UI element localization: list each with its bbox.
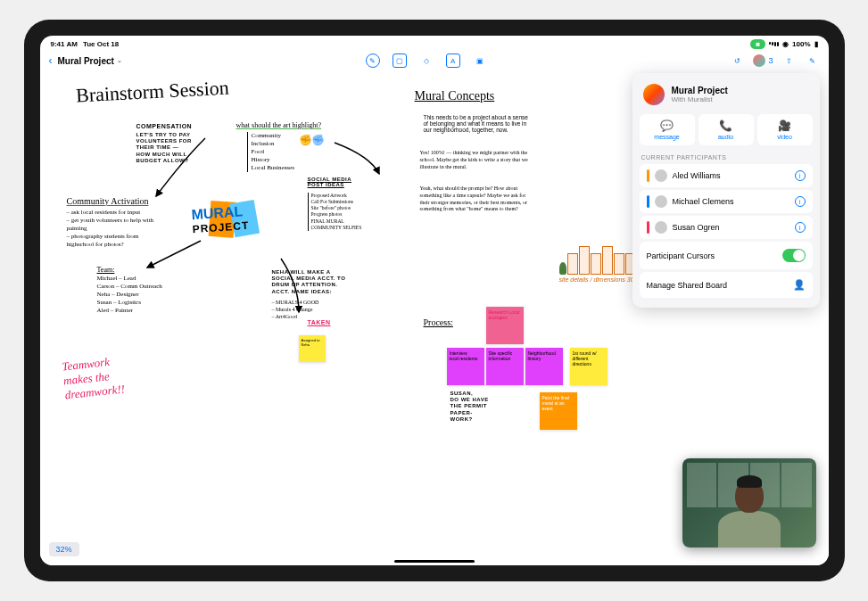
- taken-label: TAKEN: [308, 319, 331, 325]
- concepts-heading: Mural Concepts: [415, 89, 495, 103]
- info-icon[interactable]: i: [795, 222, 806, 233]
- participants-section-label: CURRENT PARTICIPANTS: [640, 151, 813, 164]
- manage-shared-board-button[interactable]: Manage Shared Board 👤: [640, 272, 813, 298]
- team-list: Michael – Lead Carson – Comm Outreach Ne…: [97, 275, 162, 315]
- shapes-tool-button[interactable]: ◇: [419, 54, 434, 68]
- back-button[interactable]: ‹: [49, 54, 53, 67]
- compose-button[interactable]: ✎: [806, 54, 820, 68]
- panel-subtitle: With Muralist: [672, 95, 728, 103]
- mural-project-logo: MURAL PROJECT: [190, 203, 249, 235]
- cursors-toggle[interactable]: [782, 249, 806, 262]
- app-toolbar: ‹ Mural Project ⌄ ✎ ▢ ◇ A ▣ ↺ 3 ⇪: [40, 50, 829, 71]
- collab-avatar-icon: [753, 54, 765, 67]
- panel-header: Mural Project With Muralist: [640, 80, 813, 109]
- message-button[interactable]: 💬message: [640, 114, 695, 145]
- text-tool-button[interactable]: A: [446, 54, 460, 68]
- concept-reply-1: Yes! 100%! — thinking we might partner w…: [420, 150, 536, 170]
- community-text: – ask local residents for input – get yo…: [67, 209, 165, 249]
- facetime-pip-window[interactable]: [682, 458, 816, 547]
- board-title-dropdown[interactable]: Mural Project ⌄: [58, 56, 122, 66]
- art-items-list: Community Inclusion Food History Local B…: [247, 132, 294, 172]
- facetime-active-pill[interactable]: ■: [750, 39, 765, 49]
- neha-note: NEHA WILL MAKE A SOCIAL MEDIA ACCT. TO D…: [272, 269, 346, 295]
- person-badge-icon: 👤: [793, 279, 806, 291]
- process-heading: Process:: [424, 317, 453, 327]
- sticky-assigned-neha[interactable]: Assigned to Neha: [299, 335, 326, 362]
- social-heading: SOCIAL MEDIA POST IDEAS: [308, 177, 352, 187]
- presence-indicator: [647, 169, 649, 182]
- facetime-participant: [718, 472, 781, 547]
- community-heading: Community Activation: [67, 196, 149, 206]
- participant-row[interactable]: Aled Williams i: [640, 164, 813, 187]
- sticky-research[interactable]: Research Local ecologies: [486, 307, 524, 344]
- fist-emoji-blue: ✊: [311, 134, 325, 146]
- phone-icon: 📞: [719, 119, 732, 132]
- pen-tool-button[interactable]: ✎: [366, 54, 380, 68]
- ipad-device-frame: 9:41 AM Tue Oct 18 ■ ◉ 100% ▮ ‹ Mural Pr…: [24, 20, 845, 581]
- participant-row[interactable]: Michael Clemens i: [640, 190, 813, 213]
- battery-icon: ▮: [814, 40, 818, 48]
- info-icon[interactable]: i: [795, 170, 806, 181]
- board-avatar-icon: [643, 84, 665, 105]
- participant-row[interactable]: Susan Ogren i: [640, 216, 813, 239]
- media-tool-button[interactable]: ▣: [473, 54, 487, 68]
- compensation-text: LET'S TRY TO PAY VOLUNTEERS FOR THEIR TI…: [136, 132, 192, 164]
- collaboration-panel: Mural Project With Muralist 💬message 📞au…: [632, 73, 820, 308]
- home-indicator[interactable]: [394, 560, 475, 563]
- screen: 9:41 AM Tue Oct 18 ■ ◉ 100% ▮ ‹ Mural Pr…: [40, 36, 829, 565]
- share-button[interactable]: ⇪: [782, 54, 797, 68]
- user-avatar-icon: [655, 221, 667, 234]
- audio-button[interactable]: 📞audio: [699, 114, 754, 145]
- cellular-icon: [769, 42, 779, 46]
- team-heading: Team:: [97, 266, 115, 274]
- panel-title: Mural Project: [672, 86, 728, 95]
- compensation-heading: COMPENSATION: [136, 123, 193, 129]
- presence-indicator: [647, 195, 649, 208]
- user-avatar-icon: [655, 169, 667, 182]
- acct-names: – MURALS 4 GOOD – Murals 4 Change – Art4…: [272, 300, 319, 320]
- message-icon: 💬: [660, 119, 674, 132]
- video-icon: ■: [756, 40, 760, 48]
- video-button[interactable]: 🎥video: [757, 114, 813, 145]
- undo-button[interactable]: ↺: [730, 54, 744, 68]
- battery-percent: 100%: [792, 40, 810, 48]
- art-prompt-heading: what should the art highlight?: [236, 121, 322, 129]
- status-date: Tue Oct 18: [83, 40, 119, 48]
- sticky-round1[interactable]: 1st round w/ different directions: [570, 348, 608, 385]
- sticky-tool-button[interactable]: ▢: [393, 54, 407, 68]
- video-icon: 🎥: [778, 119, 791, 132]
- user-avatar-icon: [655, 195, 667, 208]
- presence-indicator: [647, 221, 649, 234]
- zoom-level-button[interactable]: 32%: [49, 542, 79, 556]
- info-icon[interactable]: i: [795, 196, 806, 207]
- sticky-siteinfo[interactable]: Site specific information: [486, 348, 524, 385]
- sticky-neighborhood[interactable]: Neighborhood history: [525, 348, 563, 385]
- concept-reply-2: Yeah, what should the prompt be? How abo…: [420, 185, 536, 213]
- board-heading: Brainstorm Session: [75, 77, 229, 108]
- concept-body-text: This needs to be a project about a sense…: [424, 114, 531, 133]
- fist-emoji-orange: ✊: [299, 134, 312, 146]
- social-list: Proposed Artwork Call For Submissions Si…: [308, 193, 362, 231]
- sticky-interview[interactable]: Interview local residents: [447, 348, 484, 385]
- collaborators-button[interactable]: 3: [753, 54, 773, 67]
- participant-cursors-toggle-row: Participant Cursors: [640, 242, 813, 269]
- sticky-paint[interactable]: Paint the final mural at an event: [540, 392, 577, 430]
- susan-note: SUSAN, DO WE HAVE THE PERMIT PAPER- WORK…: [451, 391, 489, 423]
- status-bar: 9:41 AM Tue Oct 18 ■ ◉ 100% ▮: [40, 36, 829, 50]
- teamwork-quote: Teamwork makes the dreamwork!!: [61, 354, 125, 403]
- wifi-icon: ◉: [782, 40, 789, 48]
- status-time: 9:41 AM: [51, 40, 78, 48]
